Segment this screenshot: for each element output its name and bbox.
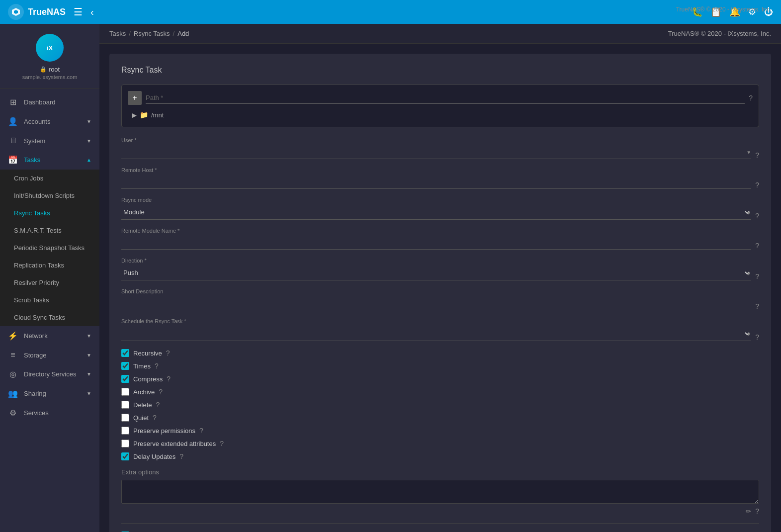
short-description-help-icon[interactable]: ? — [755, 302, 759, 310]
rsync-mode-help-icon[interactable]: ? — [755, 212, 759, 220]
archive-label[interactable]: Archive — [133, 388, 155, 396]
sidebar-item-label: Dashboard — [24, 98, 56, 106]
path-tree-item[interactable]: ▶ 📁 /mnt — [128, 109, 753, 121]
direction-dropdown-icon: ▼ — [746, 271, 751, 276]
preserve-permissions-help-icon[interactable]: ? — [199, 427, 203, 435]
recursive-help-icon[interactable]: ? — [166, 349, 170, 357]
path-help-icon[interactable]: ? — [749, 94, 753, 102]
breadcrumb-rsync-tasks[interactable]: Rsync Tasks — [134, 30, 170, 37]
compress-label[interactable]: Compress — [133, 375, 163, 383]
remote-module-input[interactable] — [121, 236, 751, 250]
delay-updates-label[interactable]: Delay Updates — [133, 453, 175, 460]
sidebar-item-snapshot-tasks[interactable]: Periodic Snapshot Tasks — [0, 239, 99, 257]
sidebar-item-label: Init/Shutdown Scripts — [14, 192, 75, 199]
preserve-extended-help-icon[interactable]: ? — [220, 440, 224, 447]
user-dropdown-icon[interactable]: ▼ — [746, 150, 751, 155]
delete-checkbox[interactable] — [121, 401, 129, 409]
schedule-field-group: Schedule the Rsync Task * ▼ ? — [121, 318, 759, 341]
remote-host-label: Remote Host * — [121, 167, 751, 173]
extra-options-section: Extra options ✏ ? — [121, 468, 759, 515]
sidebar-item-network[interactable]: ⚡ Network ▼ — [0, 326, 99, 346]
sidebar-item-directory-services[interactable]: ◎ Directory Services ▼ — [0, 364, 99, 384]
recursive-checkbox[interactable] — [121, 349, 129, 357]
checkbox-recursive: Recursive ? — [121, 349, 759, 357]
sidebar-item-resilver-priority[interactable]: Resilver Priority — [0, 274, 99, 291]
times-help-icon[interactable]: ? — [155, 362, 159, 370]
services-icon: ⚙ — [8, 408, 18, 418]
sidebar-item-cloud-sync-tasks[interactable]: Cloud Sync Tasks — [0, 309, 99, 326]
user-help-icon[interactable]: ? — [755, 151, 759, 159]
sidebar-item-replication-tasks[interactable]: Replication Tasks — [0, 257, 99, 274]
checkbox-times: Times ? — [121, 362, 759, 370]
short-description-input[interactable] — [121, 296, 751, 310]
sidebar-item-smart-tests[interactable]: S.M.A.R.T. Tests — [0, 222, 99, 239]
direction-help-icon[interactable]: ? — [755, 272, 759, 280]
direction-select[interactable]: Push Pull — [121, 266, 751, 280]
direction-field-group: Direction * Push Pull ▼ ? — [121, 258, 759, 280]
sidebar-item-dashboard[interactable]: ⊞ Dashboard — [0, 92, 99, 112]
preserve-extended-label[interactable]: Preserve extended attributes — [133, 440, 216, 447]
rsync-mode-field-group: Rsync mode Module SSH ▼ ? — [121, 197, 759, 220]
sidebar-item-system[interactable]: 🖥 System ▼ — [0, 131, 99, 150]
checkbox-delay-updates: Delay Updates ? — [121, 452, 759, 460]
delay-updates-help-icon[interactable]: ? — [179, 452, 183, 460]
breadcrumb-current: Add — [177, 30, 189, 37]
breadcrumb-tasks[interactable]: Tasks — [109, 30, 126, 37]
content-area: Tasks / Rsync Tasks / Add TrueNAS® © 202… — [99, 24, 781, 532]
remote-module-help-icon[interactable]: ? — [755, 242, 759, 250]
delete-label[interactable]: Delete — [133, 401, 152, 409]
delay-updates-checkbox[interactable] — [121, 452, 129, 460]
quiet-label[interactable]: Quiet — [133, 414, 149, 422]
quiet-checkbox[interactable] — [121, 414, 129, 422]
user-field-group: User * ▼ ? — [121, 137, 759, 159]
rsync-mode-dropdown-icon: ▼ — [746, 210, 751, 216]
sidebar-item-label: Replication Tasks — [14, 262, 64, 269]
archive-help-icon[interactable]: ? — [159, 388, 163, 396]
sidebar-item-init-shutdown[interactable]: Init/Shutdown Scripts — [0, 187, 99, 204]
remote-host-input[interactable] — [121, 175, 751, 189]
compress-help-icon[interactable]: ? — [167, 375, 171, 383]
short-description-field-group: Short Description ? — [121, 288, 759, 310]
sidebar-item-label: Tasks — [24, 156, 40, 164]
sidebar-item-cron-jobs[interactable]: Cron Jobs — [0, 170, 99, 187]
preserve-extended-checkbox[interactable] — [121, 440, 129, 447]
preserve-permissions-label[interactable]: Preserve permissions — [133, 427, 195, 435]
delete-help-icon[interactable]: ? — [156, 401, 160, 409]
compress-checkbox[interactable] — [121, 375, 129, 383]
preserve-permissions-checkbox[interactable] — [121, 427, 129, 435]
back-icon[interactable]: ‹ — [90, 6, 94, 18]
schedule-dropdown-icon: ▼ — [746, 332, 751, 337]
sidebar-item-accounts[interactable]: 👤 Accounts ▼ — [0, 112, 99, 131]
sidebar-item-storage[interactable]: ≡ Storage ▼ — [0, 346, 99, 364]
sidebar-item-services[interactable]: ⚙ Services — [0, 403, 99, 423]
extra-options-help-icon[interactable]: ? — [755, 507, 759, 515]
quiet-help-icon[interactable]: ? — [153, 414, 157, 422]
directory-services-icon: ◎ — [8, 369, 18, 379]
user-input[interactable] — [121, 145, 751, 159]
sidebar-item-tasks[interactable]: 📅 Tasks ▲ — [0, 150, 99, 170]
schedule-select[interactable] — [121, 326, 751, 341]
sidebar-item-rsync-tasks[interactable]: Rsync Tasks — [0, 204, 99, 222]
remote-host-help-icon[interactable]: ? — [755, 181, 759, 189]
sidebar-profile: iX 🔒 root sample.ixsystems.com — [0, 24, 99, 89]
rsync-mode-select[interactable]: Module SSH — [121, 205, 751, 220]
checkbox-preserve-permissions: Preserve permissions ? — [121, 427, 759, 435]
path-add-button[interactable]: + — [128, 91, 142, 105]
tasks-submenu: Cron Jobs Init/Shutdown Scripts Rsync Ta… — [0, 170, 99, 326]
extra-options-input[interactable] — [121, 480, 759, 504]
recursive-label[interactable]: Recursive — [133, 350, 162, 357]
network-icon: ⚡ — [8, 331, 18, 341]
times-label[interactable]: Times — [133, 362, 151, 370]
sidebar-item-label: Periodic Snapshot Tasks — [14, 244, 85, 252]
sidebar-item-scrub-tasks[interactable]: Scrub Tasks — [0, 291, 99, 309]
rsync-task-form: Rsync Task + ? ▶ 📁 /mnt User * — [109, 54, 771, 532]
edit-icon[interactable]: ✏ — [746, 508, 751, 515]
times-checkbox[interactable] — [121, 362, 129, 370]
archive-checkbox[interactable] — [121, 388, 129, 396]
menu-icon[interactable]: ☰ — [74, 6, 83, 18]
tree-expand-icon: ▶ — [132, 111, 137, 119]
sidebar-item-sharing[interactable]: 👥 Sharing ▼ — [0, 384, 99, 403]
path-input[interactable] — [146, 92, 745, 104]
schedule-help-icon[interactable]: ? — [755, 333, 759, 341]
app-logo[interactable]: TrueNAS — [8, 4, 66, 20]
